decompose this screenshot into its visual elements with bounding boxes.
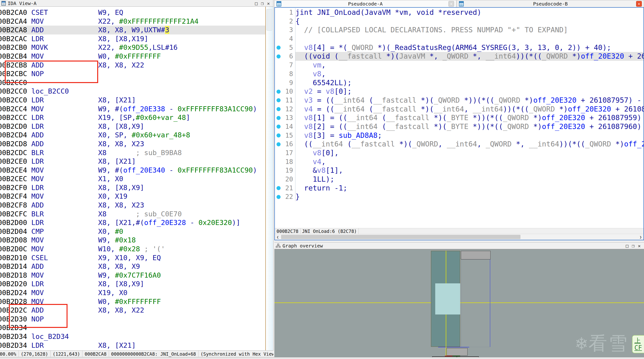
ida-pro-workspace: IDA View-A □ ❐ ✕ 00B2CA0 CSET W9, EQ00B2… <box>0 0 644 359</box>
snowflake-icon: ❄ <box>576 332 588 354</box>
asm-row[interactable]: 00B2D14 ADD X8, X8, X9 <box>0 262 265 271</box>
line-number-gutter: 22 <box>275 192 296 201</box>
asm-row[interactable]: 00B2CD4 ADD X0, SP, #0x60+var_48+8 <box>0 131 265 140</box>
item-dot-icon <box>276 107 280 111</box>
pseudocode-editor[interactable]: 1jint JNI_OnLoad(JavaVM *vm, void *reser… <box>275 8 644 228</box>
scroll-right-icon[interactable]: ❯ <box>638 234 644 240</box>
pseudocode-line[interactable]: 19 &v8[1], <box>275 166 644 175</box>
pseudocode-line[interactable]: 3 // [COLLAPSED LOCAL DECLARATIONS. PRES… <box>275 26 644 34</box>
asm-row[interactable]: 00B2CB4 MOV W0, #0xFFFFFFFF <box>0 52 265 61</box>
status-segment: (Synchronized with Hex View-1) <box>198 350 274 357</box>
pseudocode-line[interactable]: 15 v8[3] = sub_AD8A8; <box>275 131 644 140</box>
pseudocode-line[interactable]: 12 v4 = ((__int64 (__fastcall *)(__int64… <box>275 105 644 114</box>
line-number-gutter: 1 <box>275 8 296 17</box>
graph-overview-canvas[interactable]: ❄看雪 上 CF <box>274 249 644 358</box>
asm-row[interactable]: 00B2CA0 CSET W9, EQ <box>0 8 265 17</box>
asm-row[interactable]: 00B2CDC BLR X8 ; sub_B9BA8 <box>0 148 265 157</box>
line-number-gutter: 2 <box>275 17 296 26</box>
pseudocode-line[interactable]: 22} <box>275 192 644 201</box>
graph-viewport-rectangle[interactable] <box>435 283 460 314</box>
tab-a-close-icon[interactable]: ✕ <box>448 1 454 7</box>
maximize-icon[interactable]: □ <box>255 1 258 6</box>
document-icon <box>2 1 6 6</box>
asm-row[interactable]: 00B2CB0 MOVK X22, #0x9D55,LSL#16 <box>0 43 265 52</box>
asm-row[interactable]: 00B2CC0 LDR X8, [X21] <box>0 96 265 104</box>
asm-row[interactable]: 00B2CC0 loc_B2CC0 <box>0 87 265 96</box>
pseudocode-line[interactable]: 5 v8[4] = *(_QWORD *)(_ReadStatusReg(ARM… <box>275 43 644 52</box>
right-column: Pseudocode-A ✕ Pseudocode-B ✕ 1jint JNI_… <box>274 0 644 359</box>
restore-icon[interactable]: ❐ <box>261 1 264 6</box>
asm-row[interactable]: 00B2D00 LDR X8, [X21,#(off_20E328 - 0x20… <box>0 218 265 227</box>
status-segment: (1221,643) <box>50 350 82 357</box>
asm-row[interactable]: 00B2CE4 MOV W9, #(off_20E340 - 0xFFFFFFF… <box>0 166 265 175</box>
line-number-gutter: 4 <box>275 34 296 43</box>
asm-row[interactable]: 00B2D34 LDR X8, [X21] <box>0 341 265 350</box>
graph-edge-bottom <box>438 347 469 348</box>
floating-badge[interactable]: 上 CF <box>632 335 644 353</box>
asm-row[interactable]: 00B2D10 CSEL X9, X10, X9, EQ <box>0 254 265 262</box>
asm-row[interactable]: 00B2D20 LDR X8, [X8,X9] <box>0 280 265 288</box>
pseudocode-line[interactable]: 6 ((void (__fastcall *)(JavaVM *, _QWORD… <box>275 52 644 61</box>
ida-view-a-titlebar[interactable]: IDA View-A □ ❐ ✕ <box>0 0 273 7</box>
asm-row[interactable]: 00B2D08 MOV W9, #0x18 <box>0 236 265 244</box>
line-number-gutter: 10 <box>275 87 296 96</box>
ida-view-a-title: IDA View-A <box>8 0 36 6</box>
asm-row[interactable]: 00B2CFC BLR X8 ; sub_C0E70 <box>0 210 265 218</box>
pseudocode-line[interactable]: 1jint JNI_OnLoad(JavaVM *vm, void *reser… <box>275 8 644 17</box>
asm-row[interactable]: 00B2D24 MOV X19, X0 <box>0 288 265 297</box>
restore-icon[interactable]: ❐ <box>632 243 634 248</box>
tab-pseudocode-a[interactable]: Pseudocode-A ✕ <box>274 0 456 7</box>
pseudocode-line[interactable]: 16 ((__int64 (__fastcall *)(_QWORD, __in… <box>275 140 644 149</box>
asm-row[interactable]: 00B2CD8 ADD X8, X8, X23 <box>0 140 265 148</box>
asm-row[interactable]: 00B2CA4 MOV X22, #0xFFFFFFFFFFFF21A4 <box>0 17 265 26</box>
pseudocode-line[interactable]: 17 v8[0], <box>275 149 644 158</box>
disassembly-listing[interactable]: 00B2CA0 CSET W9, EQ00B2CA4 MOV X22, #0xF… <box>0 7 265 350</box>
asm-row[interactable]: 00B2CE0 LDR X8, [X21] <box>0 157 265 166</box>
pseudocode-line[interactable]: 10 v2 = v8[0]; <box>275 87 644 96</box>
asm-row[interactable]: 00B2D18 MOV W9, #0x7C7F16A0 <box>0 271 265 280</box>
asm-row[interactable]: 00B2CD0 LDR X8, [X8,X9] <box>0 122 265 131</box>
close-icon[interactable]: ✕ <box>267 1 270 6</box>
line-number-gutter: 12 <box>275 105 296 114</box>
pseudocode-horizontal-scrollbar[interactable]: ❮ ❯ <box>275 234 644 240</box>
disassembly-vertical-scrollbar[interactable] <box>266 7 273 350</box>
asm-row[interactable]: 00B2D34 loc_B2D34 <box>0 332 265 341</box>
asm-row[interactable]: 00B2D0C MOV W10, #0x28 ; '(' <box>0 244 265 254</box>
asm-row[interactable]: 00B2CA8 ADD X8, X8, W9,UXTW#3 <box>0 26 265 34</box>
status-segment: (270,1628) <box>19 350 50 357</box>
asm-row[interactable]: 00B2CF4 MOV X0, X19 <box>0 192 265 201</box>
pseudocode-line[interactable]: 7 vm, <box>275 61 644 70</box>
line-number-gutter: 16 <box>275 140 296 149</box>
tab-b-close-icon[interactable]: ✕ <box>636 1 642 7</box>
item-dot-icon <box>276 98 280 102</box>
line-number-gutter: 7 <box>275 61 296 70</box>
item-dot-icon <box>276 90 280 94</box>
asm-row[interactable]: 00B2CC4 MOV W9, #(off_20E338 - 0xFFFFFFF… <box>0 104 265 114</box>
scrollbar-thumb[interactable] <box>266 9 272 31</box>
pseudocode-line[interactable]: 20 1LL); <box>275 175 644 184</box>
pseudocode-line[interactable]: 4 <box>275 34 644 43</box>
pseudocode-line[interactable]: 8 v8, <box>275 70 644 78</box>
pseudocode-line[interactable]: 18 v4, <box>275 158 644 166</box>
close-icon[interactable]: ✕ <box>638 243 641 248</box>
pseudocode-line[interactable]: 21 return -1; <box>275 184 644 193</box>
asm-row[interactable]: 00B2CF8 ADD X8, X8, X23 <box>0 201 265 210</box>
scrollbar-thumb[interactable] <box>281 235 520 239</box>
graph-overview-titlebar[interactable]: Graph overview □ ❐ ✕ <box>274 242 644 249</box>
pseudocode-line[interactable]: 14 v8[2] = ((__int64 (__fastcall *)(_BYT… <box>275 122 644 131</box>
asm-row[interactable]: 00B2CEC MOV X1, X0 <box>0 174 265 183</box>
pseudocode-line[interactable]: 13 v8[1] = ((__int64 (__fastcall *)(_BYT… <box>275 114 644 122</box>
pseudocode-line[interactable]: 9 65542LL); <box>275 78 644 87</box>
asm-row[interactable]: 00B2CAC LDR X8, [X8,X19] <box>0 34 265 43</box>
graph-overview-panel: Graph overview □ ❐ ✕ <box>274 242 644 357</box>
pseudocode-line[interactable]: 2{ <box>275 17 644 26</box>
tab-pseudocode-b[interactable]: Pseudocode-B ✕ <box>457 0 644 7</box>
asm-row[interactable]: 00B2CF0 LDR X8, [X8,X9] <box>0 183 265 192</box>
asm-row[interactable]: 00B2D04 CMP X0, #0 <box>0 227 265 236</box>
asm-row[interactable]: 00B2CCC LDR X19, [SP,#0x60+var_48] <box>0 113 265 122</box>
line-number-gutter: 17 <box>275 149 296 158</box>
scroll-left-icon[interactable]: ❮ <box>275 234 280 240</box>
item-dot-icon <box>276 186 280 190</box>
maximize-icon[interactable]: □ <box>626 243 628 248</box>
pseudocode-line[interactable]: 11 v3 = ((__int64 (__fastcall *)(_QWORD … <box>275 96 644 105</box>
